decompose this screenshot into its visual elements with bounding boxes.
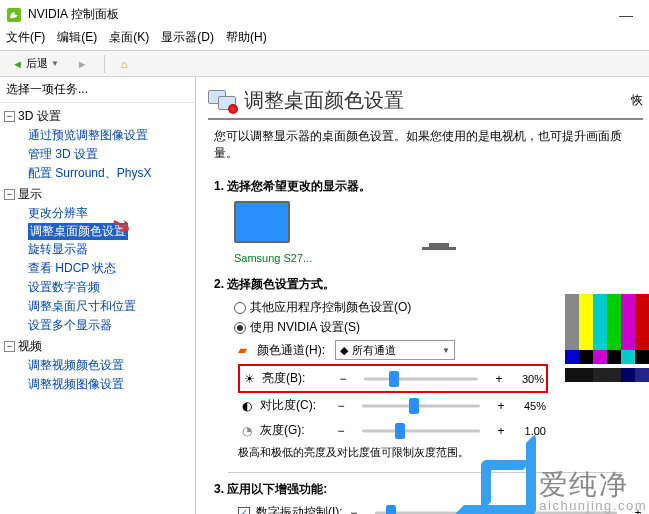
home-icon: ⌂ — [121, 58, 128, 70]
color-reference-bars — [565, 294, 649, 382]
contrast-row: ◐ 对比度(C): − + 45% — [238, 393, 548, 418]
collapse-icon[interactable]: − — [4, 111, 15, 122]
gamma-icon: ◔ — [240, 424, 254, 438]
monitor-thumbnail[interactable]: Samsung S27... — [234, 201, 643, 264]
slider-group: ☀ 亮度(B): − + 30% ◐ 对比度(C): − — [238, 364, 548, 443]
brightness-icon: ☀ — [242, 372, 256, 386]
chevron-down-icon: ▼ — [442, 346, 450, 355]
forward-arrow-icon: ► — [77, 58, 88, 70]
nvidia-logo-icon — [6, 7, 22, 23]
tree-item-preview-image[interactable]: 通过预览调整图像设置 — [4, 126, 191, 145]
dropdown-chevron-icon: ▼ — [51, 59, 59, 68]
toolbar-separator — [104, 55, 105, 73]
page-title: 调整桌面颜色设置 — [244, 87, 404, 114]
forward-button[interactable]: ► — [71, 56, 94, 72]
rgb-icon: ◆ — [340, 344, 348, 357]
tree-item-video-image[interactable]: 调整视频图像设置 — [4, 375, 191, 394]
nav-tree: − 3D 设置 通过预览调整图像设置 管理 3D 设置 配置 Surround、… — [0, 103, 195, 396]
contrast-icon: ◐ — [240, 399, 254, 413]
tree-item-video-color[interactable]: 调整视频颜色设置 — [4, 356, 191, 375]
menu-file[interactable]: 文件(F) — [6, 29, 45, 46]
checkbox-checked-icon[interactable]: ✓ — [238, 507, 250, 515]
tree-group-display: − 显示 更改分辨率 调整桌面颜色设置 旋转显示器 查看 HDCP 状态 设置数… — [4, 185, 191, 335]
minus-icon: − — [338, 372, 348, 386]
brightness-value: 30% — [510, 373, 544, 385]
section-divider — [228, 472, 623, 473]
tree-item-multi-display[interactable]: 设置多个显示器 — [4, 316, 191, 335]
contrast-sign: + — [496, 399, 506, 413]
toolbar: ◄ 后退 ▼ ► ⌂ — [0, 50, 649, 77]
brightness-sign: + — [494, 372, 504, 386]
minus-icon: − — [336, 399, 346, 413]
channel-label: 颜色通道(H): — [257, 342, 325, 359]
menu-help[interactable]: 帮助(H) — [226, 29, 267, 46]
back-button[interactable]: ◄ 后退 ▼ — [6, 54, 65, 73]
home-button[interactable]: ⌂ — [115, 56, 134, 72]
gamma-note: 极高和极低的亮度及对比度值可限制灰度范围。 — [238, 445, 643, 460]
channel-value: 所有通道 — [352, 343, 396, 358]
tree-group-display-label: 显示 — [18, 186, 42, 203]
monitor-label: Samsung S27... — [234, 252, 643, 264]
page-header: 调整桌面颜色设置 恢 — [208, 87, 643, 120]
collapse-icon[interactable]: − — [4, 341, 15, 352]
tree-item-adjust-color[interactable]: 调整桌面颜色设置 — [28, 223, 128, 240]
palette-icon: ▰ — [238, 343, 247, 357]
title-bar: NVIDIA 控制面板 — — [0, 0, 649, 27]
menu-display[interactable]: 显示器(D) — [161, 29, 214, 46]
dv-label: 数字振动控制(I): — [256, 504, 343, 514]
digital-vibrance-slider[interactable] — [365, 505, 627, 515]
sidebar: 选择一项任务... − 3D 设置 通过预览调整图像设置 管理 3D 设置 配置… — [0, 77, 196, 514]
brightness-slider[interactable] — [354, 371, 488, 387]
plus-icon: + — [633, 506, 643, 515]
gamma-label: 灰度(G): — [260, 422, 330, 439]
digital-vibrance-row: ✓ 数字振动控制(I): − + — [238, 504, 643, 514]
sidebar-header: 选择一项任务... — [0, 77, 195, 103]
minus-icon: − — [349, 506, 359, 515]
section-select-display: 1. 选择您希望更改的显示器。 Samsung S27... — [214, 178, 643, 264]
restore-defaults-link[interactable]: 恢 — [631, 92, 643, 109]
radio-checked-icon — [234, 322, 246, 334]
gamma-row: ◔ 灰度(G): − + 1.00 — [238, 418, 548, 443]
section-2-header: 2. 选择颜色设置方式。 — [214, 276, 643, 293]
contrast-label: 对比度(C): — [260, 397, 330, 414]
menu-desktop[interactable]: 桌面(K) — [109, 29, 149, 46]
tree-item-desktop-size[interactable]: 调整桌面尺寸和位置 — [4, 297, 191, 316]
page-description: 您可以调整显示器的桌面颜色设置。如果您使用的是电视机，也可提升画面质量。 — [214, 128, 643, 162]
gamma-slider[interactable] — [352, 423, 490, 439]
page-header-icon — [208, 90, 236, 112]
radio-other-label: 其他应用程序控制颜色设置(O) — [250, 299, 411, 316]
brightness-label: 亮度(B): — [262, 370, 332, 387]
menu-edit[interactable]: 编辑(E) — [57, 29, 97, 46]
collapse-icon[interactable]: − — [4, 189, 15, 200]
back-arrow-icon: ◄ — [12, 58, 23, 70]
tree-group-display-header[interactable]: − 显示 — [4, 185, 191, 204]
section-3-header: 3. 应用以下增强功能: — [214, 481, 643, 498]
tree-group-3d-header[interactable]: − 3D 设置 — [4, 107, 191, 126]
tree-group-video-label: 视频 — [18, 338, 42, 355]
window-title: NVIDIA 控制面板 — [28, 6, 119, 23]
brightness-row: ☀ 亮度(B): − + 30% — [238, 364, 548, 393]
tree-item-surround-physx[interactable]: 配置 Surround、PhysX — [4, 164, 191, 183]
channel-select[interactable]: ◆ 所有通道 ▼ — [335, 340, 455, 360]
radio-nvidia-label: 使用 NVIDIA 设置(S) — [250, 319, 360, 336]
section-enhancements: 3. 应用以下增强功能: ✓ 数字振动控制(I): − + ◕ 色调(U): — [214, 481, 643, 514]
tree-item-change-resolution[interactable]: 更改分辨率 — [4, 204, 191, 223]
window-controls: — — [611, 7, 641, 23]
minus-icon: − — [336, 424, 346, 438]
contrast-value: 45% — [512, 400, 546, 412]
tree-group-3d: − 3D 设置 通过预览调整图像设置 管理 3D 设置 配置 Surround、… — [4, 107, 191, 183]
gamma-sign: + — [496, 424, 506, 438]
radio-icon — [234, 302, 246, 314]
tree-group-video-header[interactable]: − 视频 — [4, 337, 191, 356]
tree-group-3d-label: 3D 设置 — [18, 108, 61, 125]
tree-item-rotate-display[interactable]: 旋转显示器 — [4, 240, 191, 259]
tree-item-hdcp-status[interactable]: 查看 HDCP 状态 — [4, 259, 191, 278]
minimize-button[interactable]: — — [611, 7, 641, 23]
section-1-header: 1. 选择您希望更改的显示器。 — [214, 178, 643, 195]
tree-group-video: − 视频 调整视频颜色设置 调整视频图像设置 — [4, 337, 191, 394]
menu-bar: 文件(F) 编辑(E) 桌面(K) 显示器(D) 帮助(H) — [0, 27, 649, 50]
contrast-slider[interactable] — [352, 398, 490, 414]
gamma-value: 1.00 — [512, 425, 546, 437]
tree-item-digital-audio[interactable]: 设置数字音频 — [4, 278, 191, 297]
tree-item-manage-3d[interactable]: 管理 3D 设置 — [4, 145, 191, 164]
